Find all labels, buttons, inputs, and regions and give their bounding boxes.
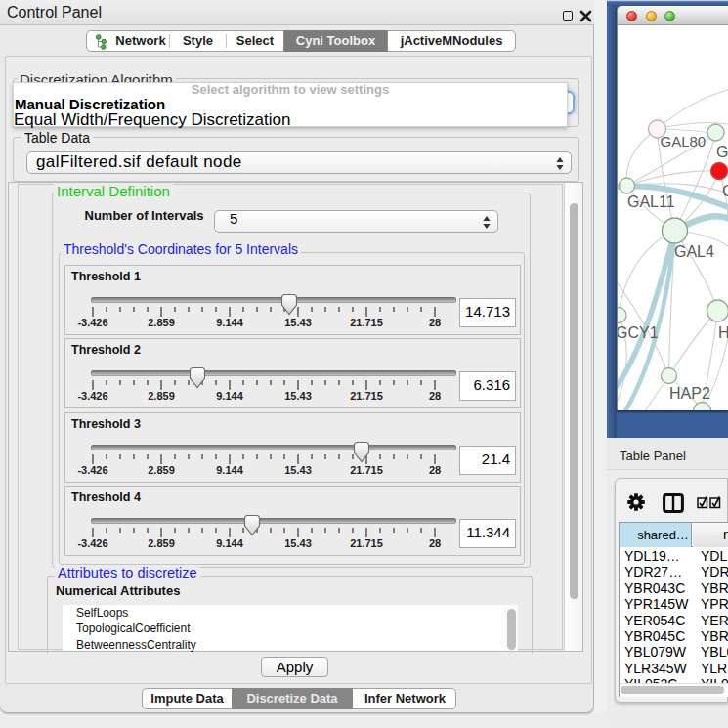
svg-text:CD: CD <box>722 183 728 199</box>
svg-text:HI: HI <box>718 324 728 341</box>
svg-text:GA: GA <box>716 144 728 160</box>
svg-text:HAP2: HAP2 <box>669 385 710 402</box>
svg-text:GAL4: GAL4 <box>674 243 714 260</box>
svg-text:GAL80: GAL80 <box>661 133 707 150</box>
svg-text:GCY1: GCY1 <box>618 324 659 341</box>
svg-text:GAL11: GAL11 <box>627 193 675 210</box>
